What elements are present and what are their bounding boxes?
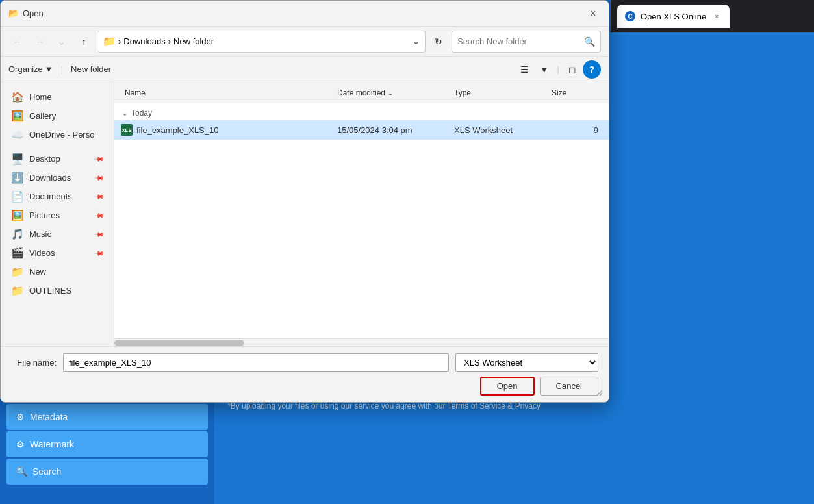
- sidebar-item-pictures[interactable]: 🖼️ Pictures 📌: [3, 206, 111, 225]
- file-name: file_example_XLS_10: [136, 125, 218, 135]
- dialog-actions-bar: Organize ▼ | New folder ☰ ▼ | ◻ ?: [1, 57, 609, 82]
- sidebar-item-outlines[interactable]: 📁 OUTLINES: [3, 281, 111, 300]
- dialog-main: Name Date modified ⌄ Type Size: [114, 82, 609, 346]
- pictures-icon: 🖼️: [11, 209, 24, 221]
- gallery-icon: 🖼️: [11, 110, 24, 122]
- search-submit-icon[interactable]: 🔍: [584, 36, 595, 47]
- sidebar-item-gallery-label: Gallery: [29, 111, 56, 121]
- refresh-btn[interactable]: ↻: [429, 32, 448, 51]
- organize-btn[interactable]: Organize ▼: [8, 64, 53, 74]
- dialog-sidebar: 🏠 Home 🖼️ Gallery ☁️ OneDrive - Perso 🖥️…: [1, 82, 114, 346]
- col-name-header[interactable]: Name: [120, 88, 337, 97]
- music-pin-icon: 📌: [94, 229, 105, 239]
- dialog-overlay: 📂 Open × ← → ⌄ ↑ 📁 › Downloads › New fol…: [0, 0, 814, 504]
- nav-up-btn[interactable]: ↑: [75, 32, 93, 51]
- sidebar-item-desktop-label: Desktop: [29, 154, 60, 164]
- footer-buttons: Open Cancel: [11, 377, 598, 396]
- sidebar-divider: [1, 144, 114, 149]
- xls-file-icon: XLS: [121, 124, 133, 136]
- dialog-titlebar: 📂 Open ×: [1, 1, 609, 27]
- nav-forward-btn[interactable]: →: [31, 32, 49, 51]
- sidebar-item-home[interactable]: 🏠 Home: [3, 88, 111, 107]
- file-list-header: Name Date modified ⌄ Type Size: [114, 82, 609, 103]
- sidebar-item-pictures-label: Pictures: [29, 210, 60, 220]
- file-size-cell: 9: [552, 125, 604, 135]
- breadcrumb-folder-icon: 📁: [103, 35, 116, 47]
- sidebar-item-new[interactable]: 📁 New: [3, 262, 111, 281]
- nav-recent-btn[interactable]: ⌄: [53, 32, 71, 51]
- sidebar-item-gallery[interactable]: 🖼️ Gallery: [3, 107, 111, 125]
- col-type-header[interactable]: Type: [454, 88, 552, 97]
- new-folder-label: New folder: [71, 64, 111, 74]
- file-open-dialog: 📂 Open × ← → ⌄ ↑ 📁 › Downloads › New fol…: [0, 0, 609, 403]
- sidebar-item-desktop[interactable]: 🖥️ Desktop 📌: [3, 149, 111, 168]
- table-row[interactable]: XLS file_example_XLS_10 15/05/2024 3:04 …: [114, 120, 609, 140]
- sidebar-item-onedrive-label: OneDrive - Perso: [29, 130, 94, 140]
- videos-pin-icon: 📌: [94, 247, 105, 258]
- filename-label: File name:: [11, 358, 57, 368]
- sidebar-item-videos[interactable]: 🎬 Videos 📌: [3, 244, 111, 262]
- outlines-icon: 📁: [11, 284, 24, 297]
- col-date-sort-icon: ⌄: [387, 88, 394, 97]
- open-btn[interactable]: Open: [480, 377, 535, 396]
- music-icon: 🎵: [11, 228, 24, 240]
- breadcrumb-separator-1: ›: [118, 36, 121, 46]
- sidebar-item-new-label: New: [29, 267, 46, 277]
- breadcrumb-separator-2: ›: [168, 36, 171, 46]
- breadcrumb-new-folder[interactable]: New folder: [173, 36, 214, 46]
- sidebar-item-documents[interactable]: 📄 Documents 📌: [3, 187, 111, 206]
- downloads-pin-icon: 📌: [94, 172, 105, 183]
- breadcrumb-bar: 📁 › Downloads › New folder ⌄: [97, 31, 426, 53]
- col-size-header[interactable]: Size: [552, 88, 604, 97]
- search-bar: 🔍: [452, 31, 601, 53]
- breadcrumb-downloads[interactable]: Downloads: [123, 36, 165, 46]
- filetype-select[interactable]: XLS Worksheet All Files: [455, 353, 598, 372]
- view-details-btn[interactable]: ☰: [516, 60, 534, 79]
- organize-chevron-icon: ▼: [45, 64, 53, 74]
- dialog-title-area: 📂 Open: [8, 8, 44, 18]
- view-columns-btn[interactable]: ◻: [563, 60, 581, 79]
- home-icon: 🏠: [11, 91, 24, 103]
- group-today-label: Today: [131, 108, 152, 118]
- search-input[interactable]: [457, 36, 584, 46]
- sidebar-item-music[interactable]: 🎵 Music 📌: [3, 225, 111, 244]
- pictures-pin-icon: 📌: [94, 210, 105, 220]
- view-divider: |: [557, 64, 559, 74]
- dialog-toolbar: ← → ⌄ ↑ 📁 › Downloads › New folder ⌄ ↻ 🔍: [1, 27, 609, 57]
- filename-input[interactable]: [63, 353, 449, 372]
- onedrive-icon: ☁️: [11, 129, 24, 141]
- horizontal-scrollbar[interactable]: [114, 338, 609, 346]
- resize-icon: [596, 389, 604, 397]
- sidebar-item-outlines-label: OUTLINES: [29, 286, 71, 296]
- file-date-cell: 15/05/2024 3:04 pm: [337, 125, 454, 135]
- documents-icon: 📄: [11, 190, 24, 203]
- sidebar-item-downloads[interactable]: ⬇️ Downloads 📌: [3, 168, 111, 187]
- scrollbar-thumb[interactable]: [114, 340, 244, 346]
- dialog-body: 🏠 Home 🖼️ Gallery ☁️ OneDrive - Perso 🖥️…: [1, 82, 609, 346]
- view-dropdown-btn[interactable]: ▼: [535, 60, 553, 79]
- view-icons: ☰ ▼ | ◻ ?: [516, 60, 601, 79]
- col-date-header[interactable]: Date modified ⌄: [337, 88, 454, 97]
- sidebar-item-videos-label: Videos: [29, 248, 55, 258]
- videos-icon: 🎬: [11, 247, 24, 259]
- documents-pin-icon: 📌: [94, 191, 105, 201]
- cancel-btn[interactable]: Cancel: [540, 377, 598, 396]
- group-today-header[interactable]: ⌄ Today: [114, 106, 609, 120]
- desktop-pin-icon: 📌: [94, 153, 105, 164]
- dialog-close-btn[interactable]: ×: [585, 6, 601, 21]
- breadcrumb-dropdown-btn[interactable]: ⌄: [413, 36, 420, 46]
- filename-row: File name: XLS Worksheet All Files: [11, 353, 598, 372]
- actions-divider: |: [61, 64, 63, 74]
- nav-back-btn[interactable]: ←: [8, 32, 27, 51]
- help-btn[interactable]: ?: [583, 60, 601, 79]
- sidebar-item-documents-label: Documents: [29, 192, 72, 201]
- sidebar-item-home-label: Home: [29, 92, 52, 102]
- new-folder-btn[interactable]: New folder: [71, 64, 111, 74]
- sidebar-item-onedrive[interactable]: ☁️ OneDrive - Perso: [3, 125, 111, 144]
- group-chevron-icon: ⌄: [122, 110, 127, 117]
- dialog-title-text: Open: [23, 8, 44, 18]
- file-list: ⌄ Today XLS file_example_XLS_10 15/05/20…: [114, 103, 609, 338]
- resize-handle[interactable]: [596, 389, 604, 397]
- dialog-footer: File name: XLS Worksheet All Files Open …: [1, 346, 609, 402]
- downloads-icon: ⬇️: [11, 171, 24, 184]
